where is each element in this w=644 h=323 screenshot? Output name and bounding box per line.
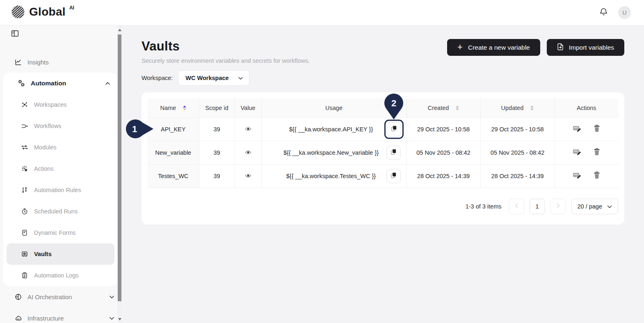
sidebar-item-infrastructure[interactable]: Infrastructure [0, 307, 122, 323]
page-size-value: 20 / page [578, 203, 602, 210]
main-content: Vaults Securely store environment variab… [122, 25, 644, 323]
plus-icon: + [457, 43, 463, 52]
ai-orchestration-icon [14, 293, 22, 301]
scrollbar-up-arrow[interactable] [118, 29, 121, 31]
scrollbar-down-arrow[interactable] [118, 318, 121, 321]
notifications-button[interactable] [599, 7, 608, 18]
scope-id-cell: 39 [199, 117, 235, 141]
updated-cell: 28 Oct 2025 - 14:39 [480, 164, 555, 188]
infrastructure-cloud-icon [14, 314, 22, 322]
pagination-summary: 1-3 of 3 items [466, 203, 502, 210]
reveal-value-button[interactable] [245, 126, 251, 133]
sidebar-item-actions[interactable]: Actions [3, 158, 118, 179]
vaults-table-card: Name Scope id Value Usage Created [142, 92, 624, 224]
reveal-value-button[interactable] [245, 173, 251, 179]
chevron-right-icon [557, 203, 560, 209]
eye-icon [245, 150, 251, 156]
created-cell: 28 Oct 2025 - 14:39 [406, 164, 480, 188]
column-header-updated[interactable]: Updated [480, 99, 555, 117]
usage-cell: ${{ __ka.workspace.API_KEY }} [261, 117, 406, 141]
sidebar-item-label: AI Orchestration [27, 293, 72, 300]
sort-carets-icon [530, 105, 534, 111]
pagination-page-1-button[interactable]: 1 [530, 199, 545, 214]
sidebar-scrollbar[interactable] [117, 25, 122, 323]
created-cell: 29 Oct 2025 - 10:58 [406, 117, 480, 141]
sidebar-item-label: Automation [31, 80, 66, 87]
delete-variable-button[interactable] [594, 125, 600, 133]
svg-text:2: 2 [391, 98, 396, 108]
create-variable-button[interactable]: + Create a new variable [447, 39, 540, 56]
usage-cell: ${{ __ka.workspace.Testes_WC }} [261, 164, 406, 188]
sidebar-item-workflows[interactable]: Workflows [3, 115, 118, 137]
automation-rules-icon [21, 186, 29, 194]
sidebar-item-label: Modules [34, 144, 57, 151]
edit-variable-button[interactable] [573, 125, 581, 133]
dynamic-forms-icon [21, 229, 29, 236]
sidebar-item-dynamic-forms[interactable]: Dynamic Forms [3, 222, 118, 243]
sidebar-item-vaults[interactable]: Vaults [7, 243, 114, 265]
actions-cell [555, 164, 618, 188]
chevron-left-icon [515, 203, 518, 209]
trash-icon [594, 125, 600, 133]
sidebar-item-modules[interactable]: Modules [3, 137, 118, 158]
scrollbar-thumb[interactable] [118, 34, 121, 301]
actions-icon [21, 165, 29, 172]
sidebar-item-label: Automation Rules [34, 187, 81, 193]
name-cell: New_variable [148, 141, 199, 164]
copy-usage-button[interactable] [386, 145, 401, 160]
user-avatar[interactable]: U [618, 6, 631, 19]
scope-id-cell: 39 [199, 141, 235, 164]
table-row: Testes_WC 39 ${{ __ka.workspace.Testes_W… [148, 164, 618, 188]
pagination-next-button[interactable] [550, 199, 566, 214]
create-variable-label: Create a new variable [468, 44, 530, 51]
trash-icon [594, 148, 600, 157]
copy-icon [391, 125, 397, 133]
workspace-select[interactable]: WC Workspace [178, 70, 249, 86]
sidebar-item-workspaces[interactable]: Workspaces [3, 94, 118, 115]
page-size-select[interactable]: 20 / page [571, 199, 618, 214]
sidebar-item-label: Actions [34, 165, 54, 172]
sidebar-item-automation-rules[interactable]: Automation Rules [3, 179, 118, 201]
edit-variable-button[interactable] [573, 172, 581, 180]
svg-text:1: 1 [132, 124, 137, 134]
import-variables-button[interactable]: Import variables [547, 39, 624, 56]
sidebar-item-label: Workspaces [34, 101, 67, 108]
delete-variable-button[interactable] [594, 172, 600, 180]
copy-usage-button[interactable] [386, 169, 401, 183]
usage-cell: ${{ __ka.workspace.New_variable }} [261, 141, 406, 164]
workspaces-icon [21, 101, 29, 108]
edit-variable-button[interactable] [573, 148, 581, 157]
logo-text: Global [29, 5, 66, 19]
sidebar-item-label: Scheduled Runs [34, 208, 78, 215]
sidebar-item-scheduled-runs[interactable]: Scheduled Runs [3, 201, 118, 222]
chevron-down-icon [109, 295, 114, 299]
sort-carets-icon [456, 105, 459, 111]
sidebar-item-insights[interactable]: Insights [0, 51, 122, 73]
column-header-name[interactable]: Name [148, 99, 199, 117]
sidebar-item-automation[interactable]: Automation [3, 73, 118, 94]
sidebar-item-label: Workflows [34, 123, 62, 129]
updated-cell: 29 Oct 2025 - 10:58 [480, 117, 555, 141]
created-cell: 05 Nov 2025 - 08:42 [406, 141, 480, 164]
sidebar-item-automation-logs[interactable]: Automation Logs [3, 265, 118, 286]
sidebar-item-ai-orchestration[interactable]: AI Orchestration [0, 286, 122, 307]
updated-cell: 05 Nov 2025 - 08:42 [480, 141, 555, 164]
top-bar: Global AI U [0, 0, 644, 25]
reveal-value-button[interactable] [245, 150, 251, 156]
annotation-highlight-box [384, 119, 404, 139]
value-cell [235, 141, 261, 164]
pagination-prev-button[interactable] [509, 199, 524, 214]
sidebar-automation-group: Automation Workspaces [3, 73, 118, 286]
vaults-table: Name Scope id Value Usage Created [148, 99, 618, 188]
chevron-down-icon [238, 75, 243, 81]
column-header-created[interactable]: Created [406, 99, 480, 117]
workspace-label: Workspace: [142, 75, 173, 81]
chevron-up-icon [105, 82, 110, 85]
value-cell [235, 164, 261, 188]
copy-usage-button[interactable] [387, 122, 401, 136]
sidebar-collapse-button[interactable] [11, 29, 19, 39]
delete-variable-button[interactable] [594, 148, 600, 157]
logo[interactable]: Global AI [11, 5, 74, 21]
page-subtitle: Securely store environment variables and… [142, 57, 310, 64]
edit-icon [573, 172, 581, 180]
